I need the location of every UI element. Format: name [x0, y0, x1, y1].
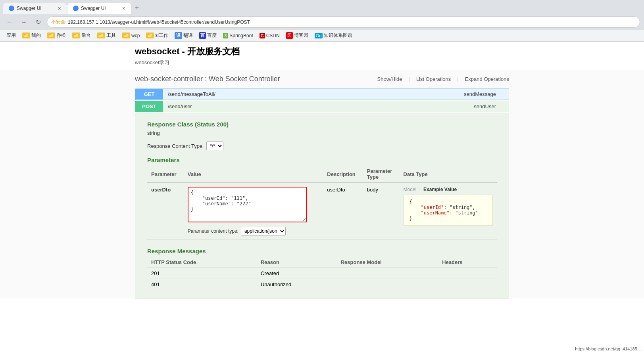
resp-code-201: 201 [147, 268, 257, 279]
example-value-line2: "userId": "string", [409, 205, 487, 210]
parameters-section: Parameters Parameter Value Description P… [147, 157, 497, 240]
csdn-icon: C [260, 33, 265, 38]
tab-1-favicon [9, 6, 14, 11]
controller-description: Web Socket Controller [209, 75, 280, 83]
bookmark-knowledge-label: 知识体系图谱 [324, 32, 352, 39]
post-method-badge: POST [135, 101, 163, 112]
bookmark-wcp[interactable]: 📁 wcp [120, 32, 142, 39]
bookmark-springboot[interactable]: S SpringBoot [221, 32, 256, 39]
model-tabs: Model | Example Value [404, 187, 493, 192]
bookmark-translate[interactable]: 译 翻译 [172, 31, 195, 40]
resp-code-401: 401 [147, 279, 257, 290]
tab-1-label: Swagger UI [17, 6, 42, 11]
address-url: 192.168.157.1:1013/swagger-ui.html#!/web… [68, 19, 250, 25]
controller-name-text: web-socket-controller [135, 75, 203, 83]
bookmarks-bar: 应用 📁 我的 📁 乔松 📁 后台 📁 工具 📁 wcp 📁 si工作 译 翻译 [0, 30, 644, 41]
th-param-type: ParameterType [363, 166, 400, 183]
example-value-line3: "userName": "string" [409, 210, 487, 216]
baidu-icon: 百 [199, 32, 206, 39]
top-section: websocket - 开放服务文档 websocket学习 [0, 42, 644, 70]
tab-2-label: Swagger UI [81, 6, 106, 11]
tab-1-close[interactable]: × [58, 5, 61, 11]
show-hide-link[interactable]: Show/Hide [377, 76, 402, 82]
bookmark-apps[interactable]: 应用 [4, 31, 18, 40]
websocket-subtitle: websocket学习 [135, 59, 509, 66]
bookmark-cnblogs[interactable]: 园 博客园 [284, 31, 311, 40]
resp-model-401 [337, 279, 438, 290]
example-value-box: { "userId": "string", "userName": "strin… [404, 195, 493, 226]
expand-operations-link[interactable]: Expand Operations [465, 76, 509, 82]
bookmark-tools[interactable]: 📁 工具 [95, 31, 118, 40]
page-content: websocket - 开放服务文档 websocket学习 web-socke… [0, 42, 644, 298]
post-expanded-section: Response Class (Status 200) string Respo… [135, 113, 509, 298]
example-value-tab[interactable]: Example Value [423, 187, 457, 192]
param-description-cell: userDto [323, 183, 363, 240]
model-tab[interactable]: Model [404, 187, 417, 192]
params-tbody: userDto { "userId": "111", "userName": "… [147, 183, 497, 240]
param-content-type-select[interactable]: application/json [241, 227, 286, 235]
bookmark-baidu[interactable]: 百 百度 [197, 31, 219, 40]
param-content-type-row: Parameter content type: application/json [188, 227, 319, 235]
bookmark-qiaosong-label: 乔松 [56, 32, 66, 39]
response-messages-section: Response Messages HTTP Status Code Reaso… [147, 248, 497, 290]
tab-1[interactable]: Swagger UI × [3, 3, 67, 14]
websocket-main-title: websocket - 开放服务文档 [135, 46, 509, 57]
table-row: userDto { "userId": "111", "userName": "… [147, 183, 497, 240]
bookmark-springboot-label: SpringBoot [229, 33, 253, 38]
resp-header-row: HTTP Status Code Reason Response Model H… [147, 257, 497, 268]
new-tab-button[interactable]: + [132, 2, 142, 14]
response-content-type-row: Response Content Type */* [147, 142, 497, 150]
bookmark-qiaosong[interactable]: 📁 乔松 [45, 31, 68, 40]
th-value: Value [184, 166, 323, 183]
bookmark-backend[interactable]: 📁 后台 [70, 31, 93, 40]
controller-separator: : [205, 75, 209, 83]
param-value-cell: { "userId": "111", "userName": "222" } P… [184, 183, 323, 240]
example-value-line4: } [409, 216, 487, 221]
table-row: 401 Unauthorized [147, 279, 497, 290]
response-content-type-select[interactable]: */* [206, 142, 223, 150]
cnblogs-icon: 园 [286, 32, 293, 39]
param-value-textarea[interactable]: { "userId": "111", "userName": "222" } [188, 187, 307, 222]
separator-1: | [408, 76, 409, 82]
response-messages-title: Response Messages [147, 248, 497, 254]
bookmark-csdn[interactable]: C CSDN [257, 32, 282, 39]
param-data-type-cell: Model | Example Value { "userId": "strin… [400, 183, 497, 240]
forward-button[interactable]: → [18, 17, 29, 28]
bookmark-wcp-label: wcp [131, 33, 140, 38]
th-resp-headers: Headers [438, 257, 497, 268]
param-description: userDto [327, 187, 345, 193]
params-table: Parameter Value Description ParameterTyp… [147, 166, 497, 240]
bookmark-folder-icon2: 📁 [47, 33, 55, 38]
th-data-type: Data Type [400, 166, 497, 183]
address-input-container[interactable]: 不安全 192.168.157.1:1013/swagger-ui.html#!… [47, 16, 640, 28]
get-endpoint-row[interactable]: GET /send/messageToAll/ sendMessage [135, 88, 509, 100]
response-messages-table: HTTP Status Code Reason Response Model H… [147, 257, 497, 290]
bookmark-cnblogs-label: 博客园 [294, 32, 308, 39]
list-operations-link[interactable]: List Operations [416, 76, 451, 82]
bookmark-baidu-label: 百度 [207, 32, 217, 39]
resp-tbody: 201 Created 401 Unauthorized [147, 268, 497, 290]
bookmark-siwork[interactable]: 📁 si工作 [144, 31, 171, 40]
response-type: string [147, 130, 497, 136]
model-tab-sep: | [419, 187, 421, 192]
bookmark-knowledge[interactable]: On 知识体系图谱 [312, 31, 355, 40]
back-button[interactable]: ← [4, 17, 15, 28]
th-reason: Reason [257, 257, 337, 268]
resp-headers-201 [438, 268, 497, 279]
controller-section: web-socket-controller : Web Socket Contr… [135, 70, 509, 298]
bookmark-tools-label: 工具 [106, 32, 116, 39]
resp-thead: HTTP Status Code Reason Response Model H… [147, 257, 497, 268]
post-endpoint-desc: sendUser [469, 101, 501, 112]
reload-button[interactable]: ↻ [33, 17, 44, 28]
resp-reason-401: Unauthorized [257, 279, 337, 290]
resp-headers-401 [438, 279, 497, 290]
response-content-type-label: Response Content Type [147, 143, 202, 149]
bookmark-folder-icon: 📁 [22, 33, 30, 38]
controller-header: web-socket-controller : Web Socket Contr… [135, 70, 509, 88]
bookmark-mine[interactable]: 📁 我的 [20, 31, 43, 40]
post-endpoint-row[interactable]: POST /send/user sendUser [135, 101, 509, 112]
tab-2-close[interactable]: × [122, 5, 125, 11]
th-response-model: Response Model [337, 257, 438, 268]
tab-2[interactable]: Swagger UI × [67, 3, 131, 14]
resp-model-201 [337, 268, 438, 279]
